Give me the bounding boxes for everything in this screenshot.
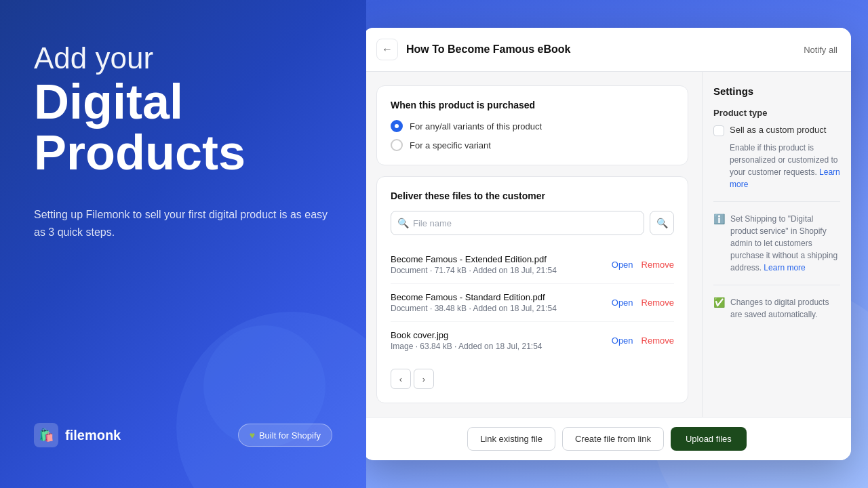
- file-meta-1: Document · 71.74 kB · Added on 18 Jul, 2…: [391, 266, 557, 275]
- file-open-button-2[interactable]: Open: [612, 298, 633, 308]
- product-type-label: Product type: [713, 108, 840, 118]
- back-arrow-icon: ←: [382, 43, 393, 56]
- radio-all-variants[interactable]: For any/all variants of this product: [391, 120, 674, 132]
- built-for-shopify-badge[interactable]: ♥ Built for Shopify: [238, 424, 332, 447]
- search-icon: 🔍: [397, 218, 409, 228]
- search-submit-icon: 🔍: [656, 218, 668, 228]
- file-info-1: Become Famous - Extended Edition.pdf Doc…: [391, 254, 557, 275]
- search-button[interactable]: 🔍: [650, 211, 674, 235]
- file-meta-3: Image · 63.84 kB · Added on 18 Jul, 21:5…: [391, 342, 542, 351]
- settings-title: Settings: [713, 85, 840, 97]
- modal-header: ← How To Become Famous eBook Notify all: [366, 28, 851, 72]
- filemonk-icon: 🛍️: [34, 423, 58, 447]
- table-row: Become Famous - Extended Edition.pdf Doc…: [391, 246, 674, 284]
- link-existing-button[interactable]: Link existing file: [467, 427, 555, 451]
- auto-save-text: Changes to digital products are saved au…: [730, 296, 840, 321]
- file-list: Become Famous - Extended Edition.pdf Doc…: [391, 246, 674, 359]
- modal-card: ← How To Become Famous eBook Notify all …: [366, 28, 851, 460]
- product-type-section: Product type Sell as a custom product En…: [713, 108, 840, 190]
- file-remove-button-3[interactable]: Remove: [642, 336, 674, 346]
- purchase-section: When this product is purchased For any/a…: [376, 85, 688, 165]
- hero-line3: Products: [34, 127, 332, 179]
- main-content: When this product is purchased For any/a…: [366, 72, 702, 417]
- learn-more-link-2[interactable]: Learn more: [764, 263, 805, 272]
- file-info-2: Become Famous - Standard Edition.pdf Doc…: [391, 292, 557, 313]
- file-search-input[interactable]: [391, 211, 644, 235]
- hero-line1: Add your: [34, 41, 332, 77]
- info-icon: ℹ️: [713, 214, 725, 224]
- auto-save-row: ✅ Changes to digital products are saved …: [713, 296, 840, 321]
- file-remove-button-2[interactable]: Remove: [642, 298, 674, 308]
- heart-icon: ♥: [250, 430, 255, 441]
- file-name-1: Become Famous - Extended Edition.pdf: [391, 254, 557, 264]
- back-button[interactable]: ←: [376, 39, 398, 60]
- files-section-title: Deliver these files to the customer: [391, 190, 674, 201]
- file-info-3: Book cover.jpg Image · 63.84 kB · Added …: [391, 330, 542, 351]
- prev-page-button[interactable]: ‹: [391, 369, 411, 389]
- radio-specific-variant-label: For a specific variant: [410, 140, 491, 150]
- filemonk-logo: 🛍️ filemonk: [34, 423, 121, 447]
- next-page-button[interactable]: ›: [414, 369, 434, 389]
- file-open-button-3[interactable]: Open: [612, 336, 633, 346]
- settings-divider-1: [713, 201, 840, 202]
- file-open-button-1[interactable]: Open: [612, 260, 633, 270]
- file-name-3: Book cover.jpg: [391, 330, 542, 340]
- files-section: Deliver these files to the customer 🔍 🔍: [376, 176, 688, 403]
- bottom-bar: 🛍️ filemonk ♥ Built for Shopify: [34, 423, 332, 447]
- radio-specific-variant-circle: [391, 139, 403, 151]
- file-meta-2: Document · 38.48 kB · Added on 18 Jul, 2…: [391, 304, 557, 313]
- custom-product-desc: Enable if this product is personalized o…: [730, 142, 840, 190]
- hero-text: Add your Digital Products Setting up Fil…: [34, 41, 332, 241]
- file-remove-button-1[interactable]: Remove: [642, 260, 674, 270]
- file-name-2: Become Famous - Standard Edition.pdf: [391, 292, 557, 302]
- radio-all-variants-circle: [391, 120, 403, 132]
- notify-all-text: Notify all: [804, 45, 837, 55]
- custom-product-label: Sell as a custom product: [730, 125, 826, 135]
- left-panel: Add your Digital Products Setting up Fil…: [0, 0, 366, 488]
- settings-sidebar: Settings Product type Sell as a custom p…: [702, 72, 851, 417]
- shipping-info-row: ℹ️ Set Shipping to "Digital product serv…: [713, 213, 840, 274]
- settings-divider-2: [713, 285, 840, 285]
- search-input-wrap: 🔍: [391, 211, 644, 235]
- hero-subtitle: Setting up Filemonk to sell your first d…: [34, 206, 332, 241]
- pagination: ‹ ›: [391, 369, 674, 389]
- table-row: Become Famous - Standard Edition.pdf Doc…: [391, 284, 674, 322]
- table-row: Book cover.jpg Image · 63.84 kB · Added …: [391, 322, 674, 359]
- learn-more-link-1[interactable]: Learn more: [730, 167, 840, 189]
- file-actions-3: Open Remove: [612, 336, 674, 346]
- modal-footer: Link existing file Create file from link…: [366, 417, 851, 460]
- radio-all-variants-label: For any/all variants of this product: [410, 121, 542, 131]
- shipping-info-text: Set Shipping to "Digital product service…: [730, 213, 840, 274]
- built-for-shopify-label: Built for Shopify: [259, 430, 321, 441]
- filemonk-name: filemonk: [65, 428, 121, 443]
- file-actions-1: Open Remove: [612, 260, 674, 270]
- search-row: 🔍 🔍: [391, 211, 674, 235]
- custom-product-row: Sell as a custom product: [713, 125, 840, 136]
- create-from-link-button[interactable]: Create file from link: [562, 427, 664, 451]
- right-panel: ← How To Become Famous eBook Notify all …: [366, 0, 868, 488]
- file-actions-2: Open Remove: [612, 298, 674, 308]
- variant-radio-group: For any/all variants of this product For…: [391, 120, 674, 151]
- modal-title: How To Become Famous eBook: [406, 43, 795, 56]
- custom-product-checkbox[interactable]: [713, 125, 724, 136]
- purchase-section-title: When this product is purchased: [391, 100, 674, 110]
- modal-body: When this product is purchased For any/a…: [366, 72, 851, 417]
- hero-line2: Digital: [34, 77, 332, 128]
- radio-specific-variant[interactable]: For a specific variant: [391, 139, 674, 151]
- checkmark-icon: ✅: [713, 297, 725, 308]
- upload-files-button[interactable]: Upload files: [671, 427, 747, 451]
